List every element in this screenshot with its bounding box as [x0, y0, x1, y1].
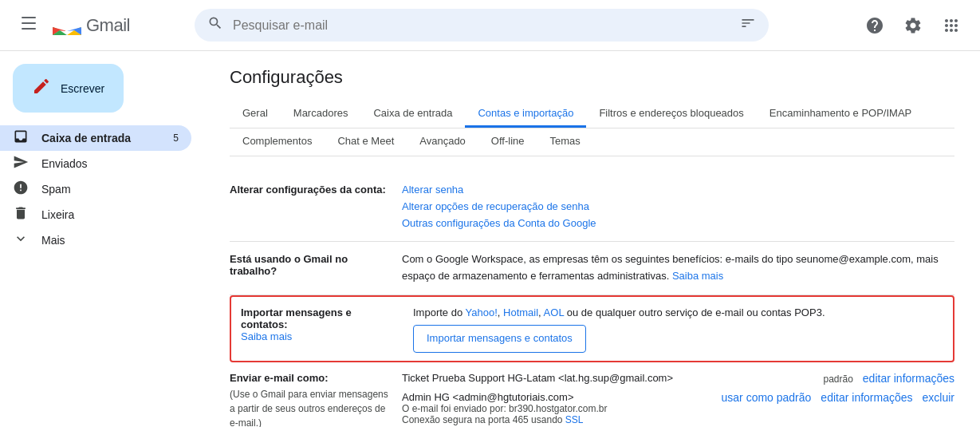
hamburger-icon [22, 16, 36, 34]
sidebar-item-trash[interactable]: Lixeira [0, 202, 191, 227]
tab-geral[interactable]: Geral [230, 101, 281, 128]
use-default-link[interactable]: usar como padrão [722, 391, 812, 404]
settings-row-workspace: Está usando o Gmail no trabalho? Com o G… [230, 242, 954, 295]
aol-link[interactable]: AOL [544, 306, 565, 318]
spam-icon [13, 180, 29, 200]
send-as-label: Enviar e-mail como: (Use o Gmail para en… [230, 372, 389, 427]
search-input[interactable] [233, 18, 730, 33]
tab-offline[interactable]: Off-line [478, 128, 537, 156]
search-icon [207, 15, 223, 35]
send-as-actions-2: usar como padrão editar informações excl… [722, 391, 954, 404]
inbox-icon [13, 128, 29, 148]
hotmail-link[interactable]: Hotmail [503, 306, 538, 318]
help-button[interactable] [859, 10, 891, 42]
settings-table: Alterar configurações da conta: Alterar … [230, 172, 954, 427]
gmail-logo: Gmail [51, 14, 130, 38]
settings-row-alterar: Alterar configurações da conta: Alterar … [230, 172, 954, 242]
send-as-title-1: Ticket Prueba Support HG-Latam <lat.hg.s… [402, 372, 817, 384]
tab-chat[interactable]: Chat e Meet [325, 128, 407, 156]
tab-encaminhamento[interactable]: Encaminhamento e POP/IMAP [757, 101, 924, 128]
sent-label: Enviados [41, 157, 88, 170]
filter-icon[interactable] [740, 15, 756, 35]
yahoo-link[interactable]: Yahoo! [466, 306, 498, 318]
more-label: Mais [41, 234, 65, 247]
main-container: Escrever Caixa de entrada 5 Enviados Spa… [0, 51, 980, 427]
comma1: , [498, 306, 503, 318]
workspace-label: Está usando o Gmail no trabalho? [230, 251, 389, 285]
tab-caixa[interactable]: Caixa de entrada [360, 101, 465, 128]
svg-rect-2 [22, 28, 36, 30]
compose-pencil-icon [32, 77, 51, 100]
send-as-edit-2[interactable]: editar informações [821, 391, 912, 404]
importar-value: Importe do Yahoo!, Hotmail, AOL ou de qu… [413, 305, 943, 353]
tab-marcadores[interactable]: Marcadores [281, 101, 361, 128]
page-title: Configurações [230, 67, 954, 88]
settings-button[interactable] [897, 10, 929, 42]
importar-desc-end: ou de qualquer outro serviço de e-mail o… [564, 306, 825, 318]
workspace-text: Com o Google Workspace, as empresas têm … [402, 253, 939, 282]
apps-button[interactable] [935, 10, 967, 42]
tab-filtros[interactable]: Filtros e endereços bloqueados [586, 101, 756, 128]
send-as-edit-1[interactable]: editar informações [863, 372, 954, 385]
trash-label: Lixeira [41, 208, 74, 221]
tabs-row-1: Geral Marcadores Caixa de entrada Contas… [230, 101, 954, 128]
send-as-sub2-2: Conexão segura na porta 465 usando SSL [402, 414, 715, 425]
settings-row-send-as: Enviar e-mail como: (Use o Gmail para en… [230, 362, 954, 427]
send-as-entry-1: Ticket Prueba Support HG-Latam <lat.hg.s… [402, 372, 954, 385]
workspace-value: Com o Google Workspace, as empresas têm … [402, 251, 954, 285]
ssl-link[interactable]: SSL [565, 414, 584, 425]
tab-avancado[interactable]: Avançado [407, 128, 478, 156]
importar-saiba-mais[interactable]: Saiba mais [241, 330, 292, 342]
gmail-text: Gmail [86, 15, 130, 36]
inbox-label: Caixa de entrada [41, 132, 131, 144]
send-as-entry-2: Admin HG <admin@hgtutoriais.com> O e-mai… [402, 391, 954, 425]
sidebar-item-inbox[interactable]: Caixa de entrada 5 [0, 125, 191, 151]
importar-desc-start: Importe do [413, 306, 466, 318]
sidebar: Escrever Caixa de entrada 5 Enviados Spa… [0, 51, 204, 427]
compose-label: Escrever [61, 82, 104, 95]
tab-complementos[interactable]: Complementos [230, 128, 325, 156]
send-as-sub1-2: O e-mail foi enviado por: br390.hostgato… [402, 403, 715, 414]
search-bar[interactable] [195, 9, 769, 42]
workspace-saiba-mais[interactable]: Saiba mais [672, 270, 723, 282]
tab-temas[interactable]: Temas [537, 128, 593, 156]
send-as-name-1: Ticket Prueba Support HG-Latam <lat.hg.s… [402, 372, 817, 384]
importar-btn[interactable]: Importar mensagens e contatos [413, 325, 586, 353]
send-as-entries: Ticket Prueba Support HG-Latam <lat.hg.s… [402, 372, 954, 427]
header: Gmail [0, 0, 980, 51]
hamburger-button[interactable] [13, 10, 45, 42]
outras-config-link[interactable]: Outras configurações da Conta do Google [402, 217, 596, 229]
header-right [859, 10, 967, 42]
sidebar-item-more[interactable]: Mais [0, 227, 191, 253]
send-as-main-label: Enviar e-mail como: [230, 372, 389, 384]
send-as-name-2: Admin HG <admin@hgtutoriais.com> O e-mai… [402, 391, 715, 425]
sidebar-item-spam[interactable]: Spam [0, 176, 191, 202]
send-as-title-2: Admin HG <admin@hgtutoriais.com> [402, 391, 715, 403]
gmail-m-icon [51, 14, 83, 38]
spam-label: Spam [41, 183, 71, 196]
importar-label-text: Importar mensagens e contatos: [241, 306, 352, 330]
sidebar-item-sent[interactable]: Enviados [0, 151, 191, 176]
settings-row-importar: Importar mensagens e contatos: Saiba mai… [230, 295, 954, 362]
send-as-desc: (Use o Gmail para enviar mensagens a par… [230, 387, 389, 427]
content-area: Configurações Geral Marcadores Caixa de … [204, 51, 980, 427]
sub2-text: Conexão segura na porta 465 usando [402, 414, 565, 425]
sent-icon [13, 154, 29, 174]
tab-contas[interactable]: Contas e importação [465, 101, 586, 128]
importar-label: Importar mensagens e contatos: Saiba mai… [241, 305, 400, 353]
svg-rect-0 [22, 17, 36, 18]
inbox-badge: 5 [173, 132, 179, 144]
more-icon [13, 231, 29, 251]
alterar-senha-link[interactable]: Alterar senha [402, 184, 463, 196]
send-as-actions-1: padrão editar informações [823, 372, 954, 385]
trash-icon [13, 205, 29, 225]
compose-button[interactable]: Escrever [13, 64, 124, 113]
tabs-row-2: Complementos Chat e Meet Avançado Off-li… [230, 128, 954, 156]
alterar-recuperacao-link[interactable]: Alterar opções de recuperação de senha [402, 200, 589, 212]
send-as-delete-2[interactable]: excluir [923, 391, 954, 404]
alterar-value: Alterar senha Alterar opções de recupera… [402, 182, 954, 231]
svg-rect-1 [22, 22, 36, 24]
header-left: Gmail [13, 10, 188, 42]
alterar-label: Alterar configurações da conta: [230, 182, 389, 231]
send-as-badge-1: padrão [823, 372, 852, 385]
